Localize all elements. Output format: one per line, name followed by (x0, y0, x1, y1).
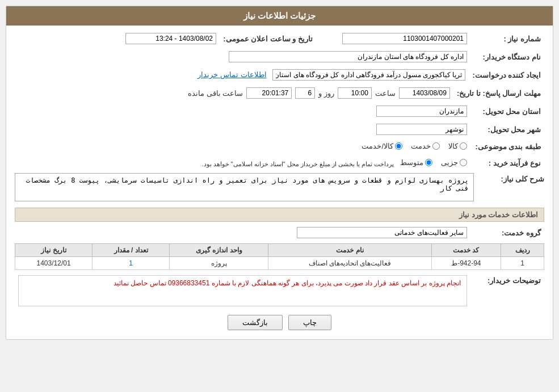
creator-table: ایجاد کننده درخواست: اطلاعات تماس خریدار (15, 68, 544, 82)
cell-row: 1 (501, 257, 544, 270)
province-table: استان محل تحویل: (15, 104, 544, 119)
description-section: شرح کلی نیاز: (15, 173, 544, 203)
deadline-label: مهلت ارسال پاسخ: تا تاریخ: (453, 86, 544, 100)
category-label: طبقه بندی موضوعی: (470, 140, 544, 153)
col-count: تعداد / مقدار (93, 244, 170, 257)
card-body: شماره نیاز : تاریخ و ساعت اعلان عمومی: ن… (6, 26, 553, 339)
need-number-label: شماره نیاز : (470, 31, 544, 46)
header-info-table: شماره نیاز : تاریخ و ساعت اعلان عمومی: (15, 31, 544, 46)
page-header: جزئیات اطلاعات نیاز (6, 6, 553, 26)
col-name: نام خدمت (268, 244, 431, 257)
purchase-option-motavaset[interactable]: متوسط (400, 158, 432, 167)
city-label: شهر محل تحویل: (470, 122, 544, 137)
category-option-khedmat[interactable]: خدمت (411, 142, 440, 150)
buyer-org-table: نام دستگاه خریدار: (15, 49, 544, 64)
buyer-notes-text: انجام پروژه بر اساس عقد قرار داد صورت می… (114, 279, 461, 287)
print-button[interactable]: چاپ (288, 315, 331, 330)
buyer-org-label: نام دستگاه خریدار: (470, 49, 544, 64)
category-table: طبقه بندی موضوعی: کالا خدمت کالا/خدمت (15, 140, 544, 153)
col-unit: واحد اندازه گیری (170, 244, 268, 257)
time-label: ساعت (375, 89, 396, 98)
service-group-input[interactable] (297, 227, 467, 238)
province-label: استان محل تحویل: (470, 104, 544, 119)
purchase-type-label: نوع فرآیند خرید : (470, 157, 544, 170)
cell-count: 1 (93, 257, 170, 270)
purchase-type-table: نوع فرآیند خرید : جزیی متوسط پرداخت تمام… (15, 157, 544, 170)
purchase-type-radio-group: جزیی متوسط (400, 158, 467, 167)
creator-label: ایجاد کننده درخواست: (469, 68, 544, 82)
days-label: روز و (318, 89, 334, 98)
service-group-table: گروه خدمت: (15, 225, 544, 240)
main-card: جزئیات اطلاعات نیاز شماره نیاز : تاریخ و… (6, 6, 553, 340)
description-label: شرح کلی نیاز: (476, 173, 544, 183)
remaining-time-input[interactable] (246, 87, 292, 99)
service-group-label: گروه خدمت: (470, 225, 544, 240)
services-table: ردیف کد خدمت نام خدمت واحد اندازه گیری ت… (15, 243, 544, 270)
remaining-label: ساعت باقی مانده (188, 89, 243, 98)
creator-input[interactable] (272, 69, 465, 81)
response-days-input[interactable] (295, 87, 315, 99)
cell-date: 1403/12/01 (15, 257, 93, 270)
deadline-table: مهلت ارسال پاسخ: تا تاریخ: ساعت روز و سا… (15, 86, 544, 100)
response-time-input[interactable] (338, 87, 372, 99)
announce-date-input[interactable] (125, 33, 216, 44)
response-date-input[interactable] (399, 87, 450, 99)
description-row: شرح کلی نیاز: (15, 173, 544, 203)
col-row: ردیف (501, 244, 544, 257)
cell-unit: پروژه (170, 257, 268, 270)
col-code: کد خدمت (431, 244, 501, 257)
description-textarea[interactable] (15, 173, 474, 201)
category-option-kala[interactable]: کالا (448, 142, 467, 150)
city-table: شهر محل تحویل: (15, 122, 544, 137)
back-button[interactable]: بازگشت (228, 315, 283, 330)
services-section-title: اطلاعات خدمات مورد نیاز (15, 208, 544, 222)
need-number-input[interactable] (342, 33, 467, 44)
table-row: 1 942-94-ط فعالیت‌های اتحادیه‌های اصناف … (15, 257, 544, 270)
city-input[interactable] (376, 124, 467, 135)
province-input[interactable] (376, 106, 467, 117)
creator-contact-link[interactable]: اطلاعات تماس خریدار (197, 70, 266, 79)
category-radio-group: کالا خدمت کالا/خدمت (362, 142, 467, 150)
purchase-option-jozee[interactable]: جزیی (441, 158, 467, 167)
button-row: چاپ بازگشت (15, 315, 544, 330)
buyer-org-input[interactable] (229, 51, 467, 62)
purchase-note: پرداخت تمام یا بخشی از مبلغ خریداز محل "… (202, 161, 394, 167)
announce-date-label: تاریخ و ساعت اعلان عمومی: (220, 31, 316, 46)
cell-name: فعالیت‌های اتحادیه‌های اصناف (268, 257, 431, 270)
buyer-notes-label: توضیحات خریدار: (470, 273, 544, 308)
category-option-kala-khedmat[interactable]: کالا/خدمت (362, 142, 402, 150)
cell-code: 942-94-ط (431, 257, 501, 270)
buyer-notes-table: توضیحات خریدار: انجام پروژه بر اساس عقد … (15, 273, 544, 308)
buyer-notes-box: انجام پروژه بر اساس عقد قرار داد صورت می… (18, 275, 467, 306)
col-date: تاریخ نیاز (15, 244, 93, 257)
page-title: جزئیات اطلاعات نیاز (243, 11, 316, 20)
